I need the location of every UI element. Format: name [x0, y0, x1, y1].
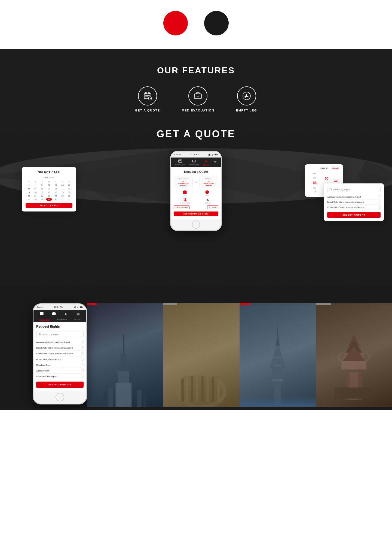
phone2-radio-3[interactable]	[81, 358, 84, 361]
nav-empty[interactable]: EMPTY LEG	[203, 159, 209, 165]
svg-marker-81	[275, 324, 280, 346]
phone2-select-airport-btn[interactable]: SELECT AIRPORT	[36, 382, 84, 388]
temple-silhouette	[316, 329, 392, 407]
date-icon-item[interactable]: DATE	[183, 190, 187, 196]
clear-btn[interactable]: ✕ CLEAR	[207, 205, 218, 209]
phone2-airport-3[interactable]: Dubai International Airport	[36, 356, 84, 362]
send-confirmation-btn[interactable]: Send Confirmation code	[174, 211, 218, 216]
cal-day-20[interactable]: 20	[26, 194, 32, 197]
cal-day-26[interactable]: 26	[66, 194, 72, 197]
airport-radio-0[interactable]	[378, 195, 381, 198]
quote-actions: + ADD RETURN ✕ CLEAR	[174, 205, 218, 209]
cal-day-14[interactable]: 14	[32, 191, 39, 194]
nav-quote[interactable]: REQUEST A QUOTE	[175, 159, 185, 165]
cal-day-11[interactable]: 11	[59, 187, 66, 190]
phone2-nav-menu[interactable]	[76, 312, 80, 316]
cal-day-15[interactable]: 15	[39, 191, 45, 194]
cal-day-30prev[interactable]: 30	[26, 184, 32, 187]
cal-header-f: F	[59, 180, 66, 183]
phone-home-btn[interactable]	[192, 220, 200, 229]
airport-item-2[interactable]: Charles De Gaulie International Airport	[327, 205, 381, 210]
cal-day-22[interactable]: 22	[39, 194, 45, 197]
feature-med-evac[interactable]: MED EVACUATION	[182, 86, 215, 112]
cal-day-12[interactable]: 12	[66, 187, 72, 190]
phone2-radio-4[interactable]	[81, 364, 84, 366]
phone2-search-input[interactable]	[42, 333, 81, 336]
cal-day-07[interactable]: 07	[32, 187, 39, 190]
am-option[interactable]: AM	[333, 180, 339, 183]
cal-day-31[interactable]: 31	[53, 198, 59, 201]
cal-day-01[interactable]: 01	[39, 184, 45, 187]
cal-day-17[interactable]: 17	[53, 191, 59, 194]
aircraft-item[interactable]: AIRCRAFT	[204, 198, 212, 204]
phone2-radio-5[interactable]	[81, 369, 84, 372]
phone2-airport-5[interactable]: Adana Airport	[36, 368, 84, 374]
phone2-airport-0[interactable]: Amman-Marka International Airport	[36, 339, 84, 345]
phone2-radio-1[interactable]	[81, 346, 84, 349]
cal-day-18[interactable]: 18	[59, 191, 66, 194]
phone2-nav-camera[interactable]	[52, 312, 56, 316]
airport-radio-1[interactable]	[378, 201, 381, 203]
add-return-btn[interactable]: + ADD RETURN	[174, 205, 189, 209]
airport-item-0[interactable]: Amman-Marka International Airport	[327, 194, 381, 200]
nav-menu[interactable]	[213, 159, 217, 165]
cal-day-25[interactable]: 25	[59, 194, 66, 197]
min-00-active[interactable]: 00	[321, 176, 332, 181]
airport-select-btn[interactable]: SELECT AIRPORT	[327, 212, 381, 218]
phone2-home-btn[interactable]	[56, 393, 64, 401]
cal-day-01next[interactable]: 01	[59, 198, 66, 201]
hour-10[interactable]: 10	[309, 190, 320, 194]
phone2-airport-1[interactable]: Beirut Rafic Hariri International Airpor…	[36, 345, 84, 351]
cal-day-05[interactable]: 05	[66, 184, 72, 187]
cal-day-16[interactable]: 16	[46, 191, 52, 194]
hour-08-active[interactable]: 08	[309, 180, 320, 185]
phone2-radio-0[interactable]	[81, 341, 84, 343]
airport-search-input[interactable]	[333, 188, 378, 191]
departure-field[interactable]: Departure TAP TO SELECT AIRPORT	[174, 176, 193, 188]
cal-day-19[interactable]: 19	[66, 191, 72, 194]
done-label[interactable]: DONE	[332, 167, 339, 170]
phone2-status-icons	[74, 306, 83, 308]
cal-day-04[interactable]: 04	[59, 184, 66, 187]
cal-day-13[interactable]: 13	[26, 191, 32, 194]
phone2-airport-2[interactable]: Charles De Gaulie International Airport	[36, 351, 84, 356]
cancel-label[interactable]: CANCEL	[320, 167, 329, 170]
cal-day-02next[interactable]: 02	[66, 198, 72, 201]
nav-med[interactable]: MED EVACUATION	[189, 159, 199, 165]
feature-get-quote[interactable]: GET A QUOTE	[135, 86, 160, 112]
hour-09[interactable]: 09	[309, 186, 320, 190]
cal-day-23[interactable]: 23	[46, 194, 52, 197]
cal-day-03[interactable]: 03	[53, 184, 59, 187]
time-field-label: TIME	[205, 195, 209, 196]
phone2-airport-4[interactable]: Riyad Air Base	[36, 362, 84, 368]
phone2-nav-quote[interactable]	[40, 312, 44, 316]
feature-empty-leg[interactable]: EMPTY LEG	[236, 86, 257, 112]
passenger-item[interactable]: PASSENGER	[180, 198, 190, 204]
phone2-radio-6[interactable]	[81, 375, 84, 378]
phone2-nav-plane[interactable]	[64, 312, 68, 316]
cal-day-02[interactable]: 02	[46, 184, 52, 187]
cal-day-06[interactable]: 06	[26, 187, 32, 190]
select-date-btn[interactable]: SELECT A DATE	[26, 203, 72, 208]
time-icon-item[interactable]: TIME	[205, 190, 209, 196]
cal-day-28[interactable]: 28	[32, 198, 39, 201]
hour-07[interactable]: 07	[309, 176, 320, 180]
arrival-field[interactable]: Arrival TAP TO SELECT AIRPORT	[199, 176, 218, 188]
cal-day-30today[interactable]: 30	[46, 198, 52, 201]
hour-06[interactable]: 06	[309, 172, 320, 176]
cal-day-24[interactable]: 24	[53, 194, 59, 197]
phone2-airport-6[interactable]: Lisbon Portela Airport	[36, 374, 84, 379]
phone2-radio-2[interactable]	[81, 352, 84, 355]
cal-day-21[interactable]: 21	[32, 194, 39, 197]
destinations-section: Carrier 11:34 PM	[0, 287, 392, 410]
cal-day-27[interactable]: 27	[26, 198, 32, 201]
cal-day-09[interactable]: 09	[46, 187, 52, 190]
black-swatch	[204, 11, 229, 35]
airport-radio-2[interactable]	[378, 206, 381, 208]
cal-day-29[interactable]: 29	[39, 198, 45, 201]
cal-day-08[interactable]: 08	[39, 187, 45, 190]
svg-point-41	[185, 198, 186, 200]
cal-day-31prev[interactable]: 31	[32, 184, 39, 187]
cal-day-10[interactable]: 10	[53, 187, 59, 190]
airport-item-1[interactable]: Beirut Rafic Hariri International Airpor…	[327, 200, 381, 205]
